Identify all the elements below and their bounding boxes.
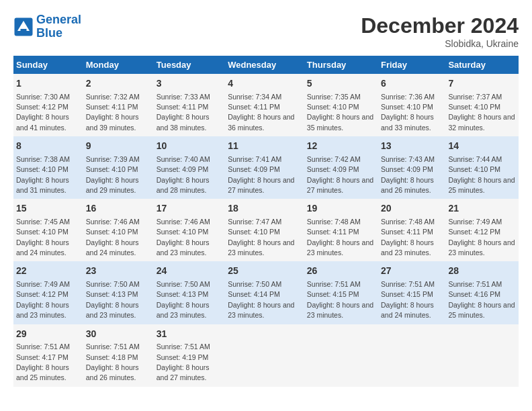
day-number: 12 — [307, 140, 375, 153]
day-cell-5: 5Sunrise: 7:35 AMSunset: 4:10 PMDaylight… — [304, 74, 378, 136]
day-cell-6: 6Sunrise: 7:36 AMSunset: 4:10 PMDaylight… — [378, 74, 445, 136]
calendar-table: SundayMondayTuesdayWednesdayThursdayFrid… — [13, 56, 519, 387]
day-info: Sunrise: 7:50 AMSunset: 4:13 PMDaylight:… — [157, 280, 210, 319]
logo-text-general: General — [36, 13, 81, 27]
day-number: 11 — [228, 140, 302, 153]
day-number: 18 — [228, 202, 302, 216]
subtitle: Slobidka, Ukraine — [361, 38, 519, 49]
day-number: 6 — [381, 77, 443, 91]
day-cell-1: 1Sunrise: 7:30 AMSunset: 4:12 PMDaylight… — [13, 74, 83, 136]
day-info: Sunrise: 7:51 AMSunset: 4:18 PMDaylight:… — [86, 342, 140, 381]
day-info: Sunrise: 7:50 AMSunset: 4:14 PMDaylight:… — [228, 280, 294, 319]
day-cell-17: 17Sunrise: 7:46 AMSunset: 4:10 PMDayligh… — [154, 199, 225, 261]
day-cell-2: 2Sunrise: 7:32 AMSunset: 4:11 PMDaylight… — [83, 74, 154, 136]
day-cell-4: 4Sunrise: 7:34 AMSunset: 4:11 PMDaylight… — [225, 74, 304, 136]
day-cell-empty — [225, 324, 304, 387]
day-info: Sunrise: 7:48 AMSunset: 4:11 PMDaylight:… — [381, 218, 435, 257]
day-info: Sunrise: 7:49 AMSunset: 4:12 PMDaylight:… — [16, 280, 70, 319]
day-cell-empty — [378, 324, 445, 387]
day-cell-26: 26Sunrise: 7:51 AMSunset: 4:15 PMDayligh… — [304, 261, 378, 324]
day-info: Sunrise: 7:38 AMSunset: 4:10 PMDaylight:… — [16, 155, 70, 194]
header-day-monday: Monday — [83, 56, 154, 74]
week-row-5: 29Sunrise: 7:51 AMSunset: 4:17 PMDayligh… — [13, 324, 519, 387]
day-cell-11: 11Sunrise: 7:41 AMSunset: 4:09 PMDayligh… — [225, 136, 304, 199]
day-info: Sunrise: 7:33 AMSunset: 4:11 PMDaylight:… — [157, 93, 210, 132]
day-number: 29 — [16, 328, 81, 341]
day-number: 16 — [86, 202, 151, 216]
day-info: Sunrise: 7:37 AMSunset: 4:10 PMDaylight:… — [448, 93, 515, 132]
day-info: Sunrise: 7:40 AMSunset: 4:09 PMDaylight:… — [157, 155, 210, 194]
day-cell-20: 20Sunrise: 7:48 AMSunset: 4:11 PMDayligh… — [378, 199, 445, 261]
title-block: December 2024 Slobidka, Ukraine — [361, 13, 519, 49]
day-number: 26 — [307, 265, 375, 278]
day-number: 13 — [381, 140, 443, 153]
day-info: Sunrise: 7:50 AMSunset: 4:13 PMDaylight:… — [86, 280, 140, 319]
day-cell-24: 24Sunrise: 7:50 AMSunset: 4:13 PMDayligh… — [154, 261, 225, 324]
day-info: Sunrise: 7:51 AMSunset: 4:16 PMDaylight:… — [448, 280, 515, 319]
day-info: Sunrise: 7:51 AMSunset: 4:15 PMDaylight:… — [381, 280, 435, 319]
header-day-saturday: Saturday — [445, 56, 519, 74]
day-number: 4 — [228, 77, 302, 91]
day-number: 24 — [157, 265, 222, 278]
day-number: 1 — [16, 77, 81, 91]
week-row-1: 1Sunrise: 7:30 AMSunset: 4:12 PMDaylight… — [13, 74, 519, 136]
day-number: 5 — [307, 77, 375, 91]
day-cell-23: 23Sunrise: 7:50 AMSunset: 4:13 PMDayligh… — [83, 261, 154, 324]
day-info: Sunrise: 7:41 AMSunset: 4:09 PMDaylight:… — [228, 155, 294, 194]
day-info: Sunrise: 7:34 AMSunset: 4:11 PMDaylight:… — [228, 93, 294, 132]
day-cell-9: 9Sunrise: 7:39 AMSunset: 4:10 PMDaylight… — [83, 136, 154, 199]
page-header: General Blue December 2024 Slobidka, Ukr… — [13, 13, 519, 49]
week-row-4: 22Sunrise: 7:49 AMSunset: 4:12 PMDayligh… — [13, 261, 519, 324]
day-number: 14 — [448, 140, 516, 153]
day-info: Sunrise: 7:46 AMSunset: 4:10 PMDaylight:… — [86, 218, 140, 257]
day-cell-16: 16Sunrise: 7:46 AMSunset: 4:10 PMDayligh… — [83, 199, 154, 261]
day-number: 3 — [157, 77, 222, 91]
day-cell-19: 19Sunrise: 7:48 AMSunset: 4:11 PMDayligh… — [304, 199, 378, 261]
day-info: Sunrise: 7:44 AMSunset: 4:10 PMDaylight:… — [448, 155, 515, 194]
header-day-wednesday: Wednesday — [225, 56, 304, 74]
day-info: Sunrise: 7:48 AMSunset: 4:11 PMDaylight:… — [307, 218, 373, 257]
day-cell-8: 8Sunrise: 7:38 AMSunset: 4:10 PMDaylight… — [13, 136, 83, 199]
week-row-3: 15Sunrise: 7:45 AMSunset: 4:10 PMDayligh… — [13, 199, 519, 261]
day-cell-31: 31Sunrise: 7:51 AMSunset: 4:19 PMDayligh… — [154, 324, 225, 387]
day-number: 7 — [448, 77, 516, 91]
day-number: 28 — [448, 265, 516, 278]
header-day-tuesday: Tuesday — [154, 56, 225, 74]
day-number: 27 — [381, 265, 443, 278]
day-info: Sunrise: 7:51 AMSunset: 4:19 PMDaylight:… — [157, 342, 210, 381]
day-number: 22 — [16, 265, 81, 278]
day-cell-28: 28Sunrise: 7:51 AMSunset: 4:16 PMDayligh… — [445, 261, 519, 324]
day-cell-10: 10Sunrise: 7:40 AMSunset: 4:09 PMDayligh… — [154, 136, 225, 199]
day-number: 25 — [228, 265, 302, 278]
day-cell-empty — [304, 324, 378, 387]
header-row: SundayMondayTuesdayWednesdayThursdayFrid… — [13, 56, 519, 74]
day-info: Sunrise: 7:32 AMSunset: 4:11 PMDaylight:… — [86, 93, 140, 132]
day-info: Sunrise: 7:51 AMSunset: 4:15 PMDaylight:… — [307, 280, 373, 319]
day-cell-25: 25Sunrise: 7:50 AMSunset: 4:14 PMDayligh… — [225, 261, 304, 324]
logo-icon — [13, 17, 34, 37]
day-number: 20 — [381, 202, 443, 216]
day-cell-29: 29Sunrise: 7:51 AMSunset: 4:17 PMDayligh… — [13, 324, 83, 387]
day-info: Sunrise: 7:47 AMSunset: 4:10 PMDaylight:… — [228, 218, 294, 257]
day-number: 9 — [86, 140, 151, 153]
day-cell-14: 14Sunrise: 7:44 AMSunset: 4:10 PMDayligh… — [445, 136, 519, 199]
main-title: December 2024 — [361, 13, 519, 38]
day-info: Sunrise: 7:42 AMSunset: 4:09 PMDaylight:… — [307, 155, 373, 194]
day-number: 8 — [16, 140, 81, 153]
day-info: Sunrise: 7:46 AMSunset: 4:10 PMDaylight:… — [157, 218, 210, 257]
day-info: Sunrise: 7:45 AMSunset: 4:10 PMDaylight:… — [16, 218, 70, 257]
day-info: Sunrise: 7:51 AMSunset: 4:17 PMDaylight:… — [16, 342, 70, 381]
day-number: 31 — [157, 328, 222, 341]
day-number: 30 — [86, 328, 151, 341]
day-info: Sunrise: 7:36 AMSunset: 4:10 PMDaylight:… — [381, 93, 435, 132]
day-cell-3: 3Sunrise: 7:33 AMSunset: 4:11 PMDaylight… — [154, 74, 225, 136]
logo-text-blue: Blue — [36, 27, 81, 40]
week-row-2: 8Sunrise: 7:38 AMSunset: 4:10 PMDaylight… — [13, 136, 519, 199]
logo: General Blue — [13, 13, 81, 40]
day-cell-18: 18Sunrise: 7:47 AMSunset: 4:10 PMDayligh… — [225, 199, 304, 261]
day-info: Sunrise: 7:39 AMSunset: 4:10 PMDaylight:… — [86, 155, 140, 194]
day-number: 21 — [448, 202, 516, 216]
day-number: 15 — [16, 202, 81, 216]
day-number: 2 — [86, 77, 151, 91]
day-cell-13: 13Sunrise: 7:43 AMSunset: 4:09 PMDayligh… — [378, 136, 445, 199]
